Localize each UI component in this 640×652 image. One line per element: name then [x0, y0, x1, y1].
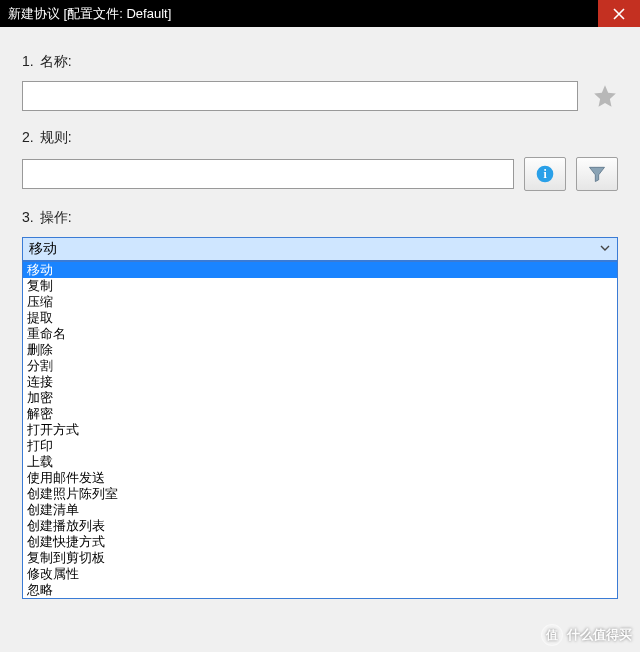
action-option[interactable]: 打印 [23, 438, 617, 454]
favorite-button[interactable] [592, 83, 618, 109]
name-input[interactable] [22, 81, 578, 111]
star-icon [592, 83, 618, 109]
chevron-down-icon [599, 241, 611, 257]
rule-row: i [22, 157, 618, 191]
action-option[interactable]: 解密 [23, 406, 617, 422]
filter-button[interactable] [576, 157, 618, 191]
close-icon [613, 8, 625, 20]
action-option[interactable]: 创建清单 [23, 502, 617, 518]
dialog-content: 1.名称: 2.规则: i 3.操作: 移动 移动复制压缩提取重命名删除分割连接… [0, 27, 640, 261]
name-label: 1.名称: [22, 53, 618, 71]
action-dropdown[interactable]: 移动复制压缩提取重命名删除分割连接加密解密打开方式打印上载使用邮件发送创建照片陈… [22, 261, 618, 599]
action-option[interactable]: 删除 [23, 342, 617, 358]
action-option[interactable]: 创建播放列表 [23, 518, 617, 534]
action-option[interactable]: 复制到剪切板 [23, 550, 617, 566]
action-option[interactable]: 重命名 [23, 326, 617, 342]
rule-input[interactable] [22, 159, 514, 189]
action-option[interactable]: 修改属性 [23, 566, 617, 582]
action-option[interactable]: 压缩 [23, 294, 617, 310]
titlebar: 新建协议 [配置文件: Default] [0, 0, 640, 27]
window-title: 新建协议 [配置文件: Default] [0, 5, 598, 23]
action-option[interactable]: 忽略 [23, 582, 617, 598]
action-option[interactable]: 创建照片陈列室 [23, 486, 617, 502]
info-button[interactable]: i [524, 157, 566, 191]
action-option[interactable]: 移动 [23, 262, 617, 278]
action-select[interactable]: 移动 [22, 237, 618, 261]
action-option[interactable]: 上载 [23, 454, 617, 470]
action-selected-value: 移动 [29, 240, 57, 258]
info-icon: i [535, 164, 555, 184]
action-option[interactable]: 创建快捷方式 [23, 534, 617, 550]
action-option[interactable]: 使用邮件发送 [23, 470, 617, 486]
close-button[interactable] [598, 0, 640, 27]
action-option[interactable]: 复制 [23, 278, 617, 294]
funnel-icon [587, 164, 607, 184]
action-option[interactable]: 加密 [23, 390, 617, 406]
action-option[interactable]: 连接 [23, 374, 617, 390]
action-option[interactable]: 提取 [23, 310, 617, 326]
action-select-wrap: 移动 移动复制压缩提取重命名删除分割连接加密解密打开方式打印上载使用邮件发送创建… [22, 237, 618, 261]
watermark-text: 什么值得买 [567, 626, 632, 644]
action-option[interactable]: 分割 [23, 358, 617, 374]
action-label: 3.操作: [22, 209, 618, 227]
name-row [22, 81, 618, 111]
watermark-badge: 值 [541, 624, 563, 646]
rule-label: 2.规则: [22, 129, 618, 147]
action-option[interactable]: 打开方式 [23, 422, 617, 438]
watermark: 值 什么值得买 [541, 624, 632, 646]
